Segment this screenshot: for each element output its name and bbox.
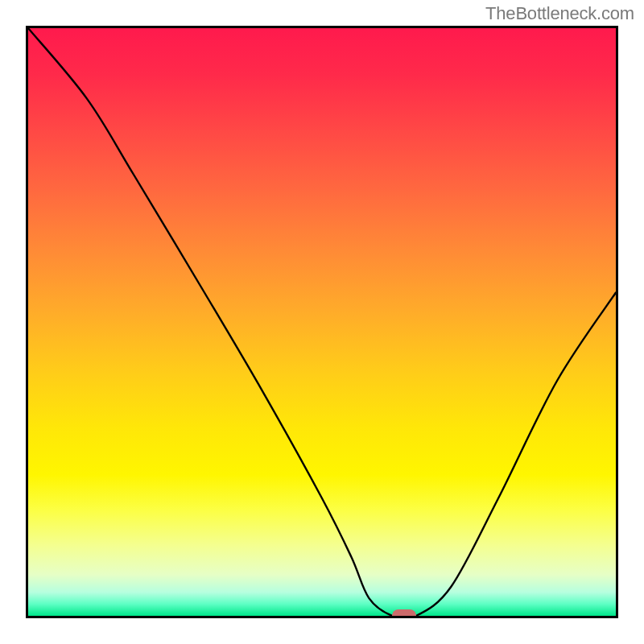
watermark-label: TheBottleneck.com: [485, 3, 634, 24]
minimum-marker: [392, 609, 416, 618]
chart-plot-area: [26, 26, 618, 618]
bottleneck-curve: [28, 28, 616, 616]
